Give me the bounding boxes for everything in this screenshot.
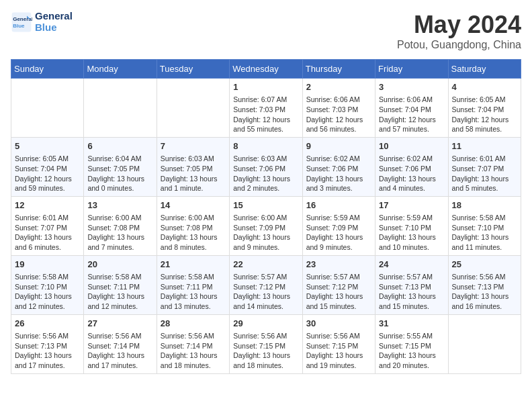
- day-number: 19: [15, 259, 80, 271]
- day-info: Sunrise: 5:56 AM Sunset: 7:15 PM Dayligh…: [306, 331, 371, 371]
- header-day-monday: Monday: [84, 60, 157, 79]
- day-info: Sunrise: 5:58 AM Sunset: 7:10 PM Dayligh…: [15, 272, 80, 312]
- calendar-cell: 6Sunrise: 6:04 AM Sunset: 7:05 PM Daylig…: [84, 137, 157, 196]
- day-info: Sunrise: 6:05 AM Sunset: 7:04 PM Dayligh…: [452, 95, 517, 134]
- calendar-table: SundayMondayTuesdayWednesdayThursdayFrid…: [11, 59, 521, 374]
- day-info: Sunrise: 5:57 AM Sunset: 7:12 PM Dayligh…: [306, 272, 371, 312]
- calendar-cell: [448, 314, 521, 373]
- day-number: 15: [233, 199, 298, 212]
- logo-text-line1: General: [35, 11, 73, 22]
- calendar-cell: 27Sunrise: 5:56 AM Sunset: 7:14 PM Dayli…: [84, 314, 157, 373]
- svg-text:General: General: [13, 16, 32, 22]
- day-number: 11: [452, 140, 517, 152]
- day-number: 2: [306, 81, 371, 93]
- day-number: 27: [87, 318, 152, 330]
- week-row-1: 1Sunrise: 6:07 AM Sunset: 7:03 PM Daylig…: [11, 79, 521, 138]
- calendar-cell: 16Sunrise: 5:59 AM Sunset: 7:09 PM Dayli…: [302, 196, 375, 255]
- calendar-cell: 8Sunrise: 6:03 AM Sunset: 7:06 PM Daylig…: [230, 137, 302, 196]
- day-number: 26: [15, 318, 80, 330]
- day-number: 23: [306, 259, 371, 271]
- day-number: 25: [452, 259, 517, 271]
- calendar-cell: 14Sunrise: 6:00 AM Sunset: 7:08 PM Dayli…: [157, 196, 229, 255]
- calendar-cell: 21Sunrise: 5:58 AM Sunset: 7:11 PM Dayli…: [157, 255, 229, 314]
- calendar-cell: 4Sunrise: 6:05 AM Sunset: 7:04 PM Daylig…: [448, 79, 521, 138]
- calendar-cell: 3Sunrise: 6:06 AM Sunset: 7:04 PM Daylig…: [375, 79, 448, 138]
- day-info: Sunrise: 5:56 AM Sunset: 7:13 PM Dayligh…: [15, 331, 80, 371]
- calendar-cell: 5Sunrise: 6:05 AM Sunset: 7:04 PM Daylig…: [11, 137, 84, 196]
- day-number: 18: [452, 199, 517, 212]
- day-info: Sunrise: 6:06 AM Sunset: 7:04 PM Dayligh…: [379, 95, 444, 134]
- calendar-cell: 29Sunrise: 5:56 AM Sunset: 7:15 PM Dayli…: [230, 314, 302, 373]
- day-info: Sunrise: 6:07 AM Sunset: 7:03 PM Dayligh…: [233, 95, 298, 134]
- day-info: Sunrise: 5:57 AM Sunset: 7:12 PM Dayligh…: [233, 272, 298, 312]
- day-number: 8: [233, 140, 298, 152]
- day-number: 16: [306, 199, 371, 212]
- day-number: 7: [161, 140, 226, 152]
- day-info: Sunrise: 6:00 AM Sunset: 7:08 PM Dayligh…: [87, 213, 152, 253]
- day-info: Sunrise: 5:58 AM Sunset: 7:11 PM Dayligh…: [161, 272, 226, 312]
- calendar-cell: 24Sunrise: 5:57 AM Sunset: 7:13 PM Dayli…: [375, 255, 448, 314]
- day-number: 5: [15, 140, 80, 152]
- day-info: Sunrise: 6:01 AM Sunset: 7:07 PM Dayligh…: [452, 154, 517, 193]
- day-info: Sunrise: 6:02 AM Sunset: 7:06 PM Dayligh…: [379, 154, 444, 193]
- calendar-cell: [84, 79, 157, 138]
- calendar-cell: 18Sunrise: 5:58 AM Sunset: 7:10 PM Dayli…: [448, 196, 521, 255]
- day-info: Sunrise: 5:58 AM Sunset: 7:11 PM Dayligh…: [87, 272, 152, 312]
- calendar-cell: [11, 79, 84, 138]
- day-number: 30: [306, 318, 371, 330]
- day-number: 28: [161, 318, 226, 330]
- calendar-cell: 2Sunrise: 6:06 AM Sunset: 7:03 PM Daylig…: [302, 79, 375, 138]
- page-header: General Blue General Blue May 2024 Potou…: [11, 11, 521, 51]
- month-title: May 2024: [397, 11, 521, 39]
- day-info: Sunrise: 6:02 AM Sunset: 7:06 PM Dayligh…: [306, 154, 371, 193]
- day-number: 17: [379, 199, 444, 212]
- header-day-tuesday: Tuesday: [157, 60, 229, 79]
- logo: General Blue General Blue: [11, 11, 73, 33]
- calendar-cell: 9Sunrise: 6:02 AM Sunset: 7:06 PM Daylig…: [302, 137, 375, 196]
- day-info: Sunrise: 5:56 AM Sunset: 7:15 PM Dayligh…: [233, 331, 298, 371]
- day-number: 6: [87, 140, 152, 152]
- day-info: Sunrise: 5:59 AM Sunset: 7:09 PM Dayligh…: [306, 213, 371, 253]
- day-number: 22: [233, 259, 298, 271]
- calendar-cell: 12Sunrise: 6:01 AM Sunset: 7:07 PM Dayli…: [11, 196, 84, 255]
- day-info: Sunrise: 5:59 AM Sunset: 7:10 PM Dayligh…: [379, 213, 444, 253]
- header-day-saturday: Saturday: [448, 60, 521, 79]
- calendar-cell: 22Sunrise: 5:57 AM Sunset: 7:12 PM Dayli…: [230, 255, 302, 314]
- day-number: 21: [161, 259, 226, 271]
- day-info: Sunrise: 5:57 AM Sunset: 7:13 PM Dayligh…: [379, 272, 444, 312]
- header-day-friday: Friday: [375, 60, 448, 79]
- header-day-thursday: Thursday: [302, 60, 375, 79]
- calendar-header-row: SundayMondayTuesdayWednesdayThursdayFrid…: [11, 60, 521, 79]
- day-info: Sunrise: 6:00 AM Sunset: 7:08 PM Dayligh…: [161, 213, 226, 253]
- logo-icon: General Blue: [11, 11, 32, 33]
- day-info: Sunrise: 6:03 AM Sunset: 7:06 PM Dayligh…: [233, 154, 298, 193]
- day-number: 24: [379, 259, 444, 271]
- day-number: 10: [379, 140, 444, 152]
- week-row-5: 26Sunrise: 5:56 AM Sunset: 7:13 PM Dayli…: [11, 314, 521, 373]
- day-number: 29: [233, 318, 298, 330]
- day-info: Sunrise: 6:06 AM Sunset: 7:03 PM Dayligh…: [306, 95, 371, 134]
- day-info: Sunrise: 6:01 AM Sunset: 7:07 PM Dayligh…: [15, 213, 80, 253]
- header-day-wednesday: Wednesday: [230, 60, 302, 79]
- day-info: Sunrise: 6:04 AM Sunset: 7:05 PM Dayligh…: [87, 154, 152, 193]
- day-info: Sunrise: 5:58 AM Sunset: 7:10 PM Dayligh…: [452, 213, 517, 253]
- calendar-cell: 19Sunrise: 5:58 AM Sunset: 7:10 PM Dayli…: [11, 255, 84, 314]
- day-number: 9: [306, 140, 371, 152]
- day-info: Sunrise: 5:56 AM Sunset: 7:13 PM Dayligh…: [452, 272, 517, 312]
- week-row-3: 12Sunrise: 6:01 AM Sunset: 7:07 PM Dayli…: [11, 196, 521, 255]
- calendar-cell: [157, 79, 229, 138]
- day-number: 20: [87, 259, 152, 271]
- day-info: Sunrise: 5:56 AM Sunset: 7:14 PM Dayligh…: [87, 331, 152, 371]
- calendar-cell: 28Sunrise: 5:56 AM Sunset: 7:14 PM Dayli…: [157, 314, 229, 373]
- calendar-cell: 1Sunrise: 6:07 AM Sunset: 7:03 PM Daylig…: [230, 79, 302, 138]
- calendar-cell: 31Sunrise: 5:55 AM Sunset: 7:15 PM Dayli…: [375, 314, 448, 373]
- location-title: Potou, Guangdong, China: [397, 39, 521, 51]
- week-row-2: 5Sunrise: 6:05 AM Sunset: 7:04 PM Daylig…: [11, 137, 521, 196]
- header-day-sunday: Sunday: [11, 60, 84, 79]
- day-number: 12: [15, 199, 80, 212]
- calendar-cell: 20Sunrise: 5:58 AM Sunset: 7:11 PM Dayli…: [84, 255, 157, 314]
- week-row-4: 19Sunrise: 5:58 AM Sunset: 7:10 PM Dayli…: [11, 255, 521, 314]
- day-info: Sunrise: 6:03 AM Sunset: 7:05 PM Dayligh…: [161, 154, 226, 193]
- day-info: Sunrise: 5:55 AM Sunset: 7:15 PM Dayligh…: [379, 331, 444, 371]
- calendar-cell: 25Sunrise: 5:56 AM Sunset: 7:13 PM Dayli…: [448, 255, 521, 314]
